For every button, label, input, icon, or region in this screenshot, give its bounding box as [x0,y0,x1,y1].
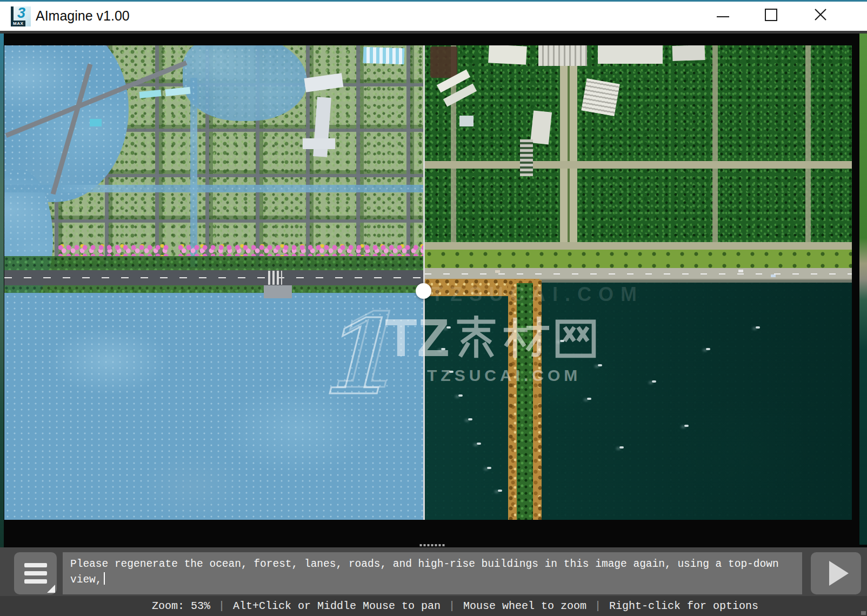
app-window: 3 MAX AImagine v1.00 [0,0,867,616]
hamburger-icon [24,563,47,567]
road [425,161,852,169]
app-icon-number: 3 [17,5,25,22]
pool [90,119,102,126]
road [712,45,718,250]
comparison-divider[interactable] [423,45,425,520]
svg-text:1: 1 [316,297,387,417]
zoom-level: Zoom: 53% [152,600,210,612]
close-icon [813,8,828,22]
water-area [183,45,307,121]
tree-strip [4,256,423,270]
building [430,46,457,78]
watermark-url-ghost: TZSUCAI.COM [431,283,644,306]
flower-row [58,244,169,256]
prompt-bar: Please regenerate the ocean, forest, lan… [0,547,867,596]
seawall [539,279,852,283]
boat [706,348,710,350]
text-caret [104,572,105,585]
building [581,78,619,116]
boat [446,326,451,329]
comparison-slider-handle[interactable] [416,283,431,299]
background-edge-left [0,34,4,547]
boat [468,418,472,420]
corner-indicator-icon [47,585,55,593]
maximize-button[interactable] [756,3,786,26]
pier-vegetation [517,283,533,520]
boat [441,348,445,350]
titlebar[interactable]: 3 MAX AImagine v1.00 [0,0,867,31]
minimize-icon [717,16,729,17]
comparison-image-left[interactable] [4,45,423,520]
comparison-image-right[interactable] [425,45,852,520]
building [530,110,552,144]
prompt-input[interactable]: Please regenerate the ocean, forest, lan… [63,552,802,594]
watermark-url: TZSUCAI.COM [427,366,581,385]
parking-lot [520,139,533,176]
minimize-button[interactable] [708,5,738,29]
boat [756,326,760,329]
menu-button[interactable] [14,552,57,594]
boat [684,425,689,427]
play-icon [829,561,849,586]
close-button[interactable] [805,3,836,26]
hint-pan: Alt+Click or Middle Mouse to pan [233,600,441,612]
window-title: AImagine v1.00 [36,8,130,24]
boat [598,364,602,366]
road-median [568,45,570,251]
viewport[interactable]: 1 1 TZ TZSUCAI.COM TZSUCAI.COM [0,31,867,547]
canal [190,78,197,267]
canal [4,185,423,192]
3ds-max-icon: 3 MAX [11,6,31,26]
boat [652,380,656,383]
lane-marks [425,273,852,274]
building [459,116,473,126]
boat [587,398,591,400]
building [303,138,335,149]
building [488,45,527,65]
building [598,45,663,64]
maximize-icon [765,9,777,21]
hint-zoom: Mouse wheel to zoom [463,600,586,612]
road [425,242,852,250]
car [771,274,776,277]
boat [477,443,481,445]
building [672,45,705,61]
crosswalk [268,271,282,285]
car [738,270,743,272]
app-icon-tag: MAX [11,21,25,26]
boat [619,446,624,448]
building [538,45,587,66]
window-resize-grip[interactable] [861,611,866,615]
boat [560,340,564,342]
flower-row [178,244,423,256]
sea [425,280,852,520]
boat [498,490,502,492]
send-button[interactable] [811,552,861,594]
boat [458,394,463,397]
prompt-text: Please regenerate the ocean, forest, lan… [70,558,785,586]
hint-options: Right-click for options [609,600,758,612]
boat [487,467,491,469]
background-edge-right [859,34,867,545]
watermark-logo: 1 1 [291,287,399,417]
building [363,47,404,65]
dock [264,285,292,298]
lane-marks [4,277,423,278]
grass-strip [425,250,852,268]
road [805,45,811,250]
car [495,270,500,273]
status-bar: Zoom: 53% | Alt+Click or Middle Mouse to… [0,596,867,616]
